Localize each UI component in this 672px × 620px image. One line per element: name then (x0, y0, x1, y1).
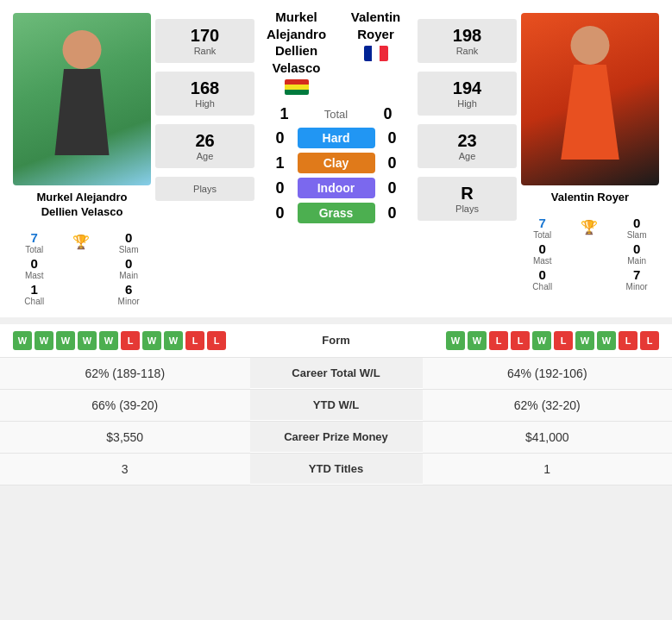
form-badge-left: L (185, 331, 204, 350)
left-high-box: 168 High (155, 72, 254, 116)
stat-left-1: 66% (39-20) (0, 390, 250, 421)
indoor-score-line: 0 Indoor 0 (272, 178, 401, 198)
left-player-stats: 7 Total 🏆 0 Slam 0 Mast (13, 230, 151, 306)
stats-row-3: 3 YTD Titles 1 (0, 454, 672, 485)
stat-right-2: $41,000 (423, 422, 673, 453)
right-player-photo (521, 13, 659, 185)
bottom-section: WWWWWLWWLL Form WWLLWLWWLL 62% (189-118)… (0, 324, 672, 485)
clay-button[interactable]: Clay (298, 153, 375, 173)
stats-row-2: $3,550 Career Prize Money $41,000 (0, 422, 672, 454)
form-badge-left: W (56, 331, 75, 350)
right-player-card: Valentin Royer 7 Total 🏆 0 Slam 0 (517, 9, 663, 310)
grass-button[interactable]: Grass (298, 203, 375, 223)
center-scores-col: Murkel Alejandro Dellien Velasco Valenti… (254, 9, 418, 310)
left-age-box: 26 Age (155, 124, 254, 168)
stats-row-1: 66% (39-20) YTD W/L 62% (32-20) (0, 390, 672, 422)
right-high-box: 194 High (418, 72, 517, 116)
form-badge-left: W (142, 331, 161, 350)
left-player-card: Murkel Alejandro Dellien Velasco 7 Total… (9, 9, 155, 310)
right-mast-val: 0 Mast (521, 241, 564, 266)
left-main-val: 0 Main (106, 256, 151, 280)
left-plays-box: Plays (155, 177, 254, 201)
form-badge-right: W (575, 331, 594, 350)
clay-score-line: 1 Clay 0 (272, 153, 401, 173)
left-player-name: Murkel Alejandro Dellien Velasco (37, 191, 128, 220)
left-trophy-center: 🏆 (61, 230, 102, 254)
right-age-box: 23 Age (418, 124, 517, 168)
stat-center-3: YTD Titles (250, 454, 423, 484)
left-rank-boxes: 170 Rank 168 High 26 Age Plays (155, 9, 254, 310)
vs-scores: 1 Total 0 0 Hard 0 1 Clay 0 (259, 105, 413, 223)
indoor-button[interactable]: Indoor (298, 178, 375, 198)
left-minor-val: 6 Minor (106, 282, 151, 306)
stat-right-0: 64% (192-106) (423, 358, 673, 389)
stat-left-0: 62% (189-118) (0, 358, 250, 389)
stat-right-3: 1 (423, 454, 673, 485)
form-badge-left: L (121, 331, 140, 350)
left-total-val: 7 Total (13, 230, 56, 254)
trophy-icon-right: 🏆 (581, 219, 598, 235)
form-badge-left: W (164, 331, 183, 350)
stat-center-2: Career Prize Money (250, 422, 423, 452)
form-badge-right: W (597, 331, 616, 350)
center-names-row: Murkel Alejandro Dellien Velasco Valenti… (259, 9, 413, 98)
total-score-line: 1 Total 0 (276, 105, 397, 123)
form-badge-left: W (78, 331, 97, 350)
trophy-icon-left: 🏆 (72, 234, 90, 250)
form-badge-right: L (640, 331, 659, 350)
stat-center-0: Career Total W/L (250, 358, 423, 388)
form-badge-right: L (489, 331, 508, 350)
flag-bolivia (259, 79, 334, 98)
form-badge-left: W (35, 331, 53, 350)
stats-rows: 62% (189-118) Career Total W/L 64% (192-… (0, 358, 672, 485)
right-chall-val: 0 Chall (521, 267, 564, 291)
form-badge-right: L (619, 331, 637, 350)
main-container: Murkel Alejandro Dellien Velasco 7 Total… (0, 0, 672, 620)
right-slam-val: 0 Slam (614, 216, 659, 240)
hard-button[interactable]: Hard (298, 128, 375, 148)
right-plays-box: R Plays (418, 177, 517, 221)
right-total-val: 7 Total (521, 216, 564, 240)
form-badge-left: L (207, 331, 226, 350)
form-badge-right: L (511, 331, 530, 350)
form-row: WWWWWLWWLL Form WWLLWLWWLL (0, 324, 672, 358)
form-badge-left: W (13, 331, 32, 350)
left-slam-val: 0 Slam (106, 230, 151, 254)
form-badge-right: W (446, 331, 465, 350)
form-badge-right: W (468, 331, 487, 350)
right-trophy-center: 🏆 (569, 216, 610, 240)
players-row: Murkel Alejandro Dellien Velasco 7 Total… (9, 9, 663, 310)
stat-left-2: $3,550 (0, 422, 250, 453)
left-rank-box: 170 Rank (155, 19, 254, 63)
right-rank-box: 198 Rank (418, 19, 517, 63)
form-badges-left: WWWWWLWWLL (13, 331, 302, 350)
right-player-name: Valentin Royer (551, 191, 629, 205)
right-rank-boxes: 198 Rank 194 High 23 Age R Plays (418, 9, 517, 310)
left-mast-val: 0 Mast (13, 256, 56, 280)
right-main-val: 0 Main (614, 241, 659, 266)
stats-row-0: 62% (189-118) Career Total W/L 64% (192-… (0, 358, 672, 390)
center-right-name: Valentin Royer (338, 9, 413, 98)
left-player-photo (13, 13, 151, 185)
stat-left-3: 3 (0, 454, 250, 485)
flag-france (338, 46, 413, 65)
form-badges-right: WWLLWLWWLL (371, 331, 660, 350)
right-minor-val: 7 Minor (614, 267, 659, 291)
form-badge-left: W (99, 331, 118, 350)
form-label: Form (302, 334, 371, 347)
stat-right-1: 62% (32-20) (423, 390, 673, 421)
form-badge-right: L (554, 331, 573, 350)
left-chall-val: 1 Chall (13, 282, 56, 306)
center-left-name: Murkel Alejandro Dellien Velasco (259, 9, 334, 98)
total-label: Total (302, 108, 371, 121)
right-player-stats: 7 Total 🏆 0 Slam 0 Mast (521, 216, 659, 291)
hard-score-line: 0 Hard 0 (272, 128, 401, 148)
form-badge-right: W (532, 331, 551, 350)
stat-center-1: YTD W/L (250, 390, 423, 420)
grass-score-line: 0 Grass 0 (272, 203, 401, 223)
